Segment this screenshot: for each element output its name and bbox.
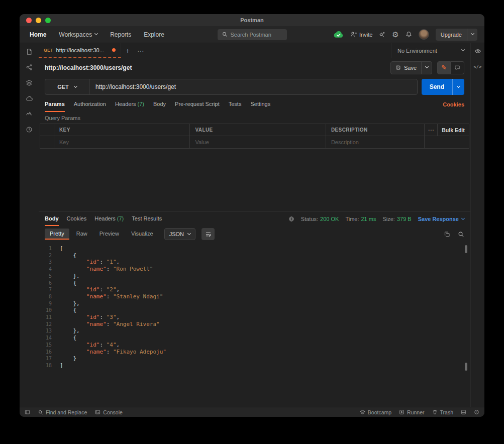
network-satellite-icon[interactable] <box>379 31 385 38</box>
line-number: 16 <box>39 349 60 356</box>
notifications-bell-icon[interactable] <box>406 31 412 38</box>
mock-servers-icon[interactable] <box>25 94 33 102</box>
minimize-window-button[interactable] <box>36 18 41 23</box>
line-content: { <box>60 252 76 259</box>
column-header-description: DESCRIPTION <box>326 124 425 136</box>
response-body-viewer[interactable]: 1[2 {3 "id": "1",4 "name": "Ron Powell"5… <box>39 242 470 407</box>
line-content: }, <box>60 327 80 335</box>
copy-icon[interactable] <box>444 231 450 238</box>
value-input[interactable]: Value <box>190 136 326 148</box>
row-checkbox-cell[interactable] <box>40 136 54 148</box>
comment-icon[interactable] <box>451 61 464 74</box>
bulk-edit-button[interactable]: Bulk Edit <box>438 124 469 136</box>
request-tab[interactable]: GET http://localhost:30... <box>39 43 121 58</box>
chevron-down-icon <box>74 84 77 87</box>
tab-tests[interactable]: Tests <box>229 97 242 112</box>
view-tab-visualize[interactable]: Visualize <box>126 229 158 240</box>
save-response-label: Save Response <box>418 216 459 222</box>
edit-pencil-icon[interactable]: ✎ <box>437 61 451 74</box>
scrollbar-thumb[interactable] <box>465 363 467 371</box>
search-input[interactable] <box>231 32 282 38</box>
tab-options-button[interactable]: ⋯ <box>134 43 147 58</box>
documentation-eye-icon[interactable] <box>474 48 481 55</box>
response-tab-body[interactable]: Body <box>45 212 59 226</box>
search-in-body-icon[interactable] <box>458 231 464 238</box>
globe-icon[interactable] <box>288 216 294 222</box>
key-input[interactable]: Key <box>54 136 190 148</box>
chevron-down-icon <box>457 84 460 87</box>
description-input[interactable]: Description <box>326 136 425 148</box>
history-icon[interactable] <box>25 126 33 134</box>
line-number: 6 <box>39 280 60 287</box>
new-tab-button[interactable]: + <box>121 43 134 58</box>
response-tab-headers[interactable]: Headers(7) <box>94 212 124 226</box>
apis-icon[interactable] <box>25 63 33 71</box>
trash-icon <box>432 409 438 415</box>
save-response-button[interactable]: Save Response <box>418 216 464 222</box>
method-selector[interactable]: GET <box>45 79 89 94</box>
tab-body[interactable]: Body <box>153 97 166 112</box>
select-all-cell[interactable] <box>40 124 54 136</box>
collections-icon[interactable] <box>25 48 33 56</box>
view-tab-raw[interactable]: Raw <box>71 229 92 240</box>
save-button[interactable]: Save <box>390 61 432 74</box>
runner-button[interactable]: Runner <box>399 409 424 415</box>
tab-params[interactable]: Params <box>45 97 65 112</box>
row-actions-cell <box>425 136 469 148</box>
response-tab-test-results[interactable]: Test Results <box>132 212 162 226</box>
close-window-button[interactable] <box>26 18 32 23</box>
response-tab-cookies[interactable]: Cookies <box>67 212 87 226</box>
save-options-button[interactable] <box>422 62 432 74</box>
help-icon[interactable]: ? <box>474 409 479 415</box>
bootcamp-label: Bootcamp <box>368 409 391 415</box>
tab-headers[interactable]: Headers(7) <box>115 97 144 112</box>
empty-area <box>39 149 470 211</box>
trash-button[interactable]: Trash <box>432 409 453 415</box>
code-snippet-icon[interactable]: </> <box>473 64 481 69</box>
cookies-link[interactable]: Cookies <box>443 101 464 107</box>
monitors-icon[interactable] <box>25 110 33 118</box>
line-number: 12 <box>39 321 60 328</box>
edit-comment-group: ✎ <box>437 61 464 74</box>
environment-selector[interactable]: No Environment <box>391 43 470 58</box>
line-number: 18 <box>39 362 60 369</box>
tab-headers-label: Headers <box>115 101 136 107</box>
scrollbar-thumb[interactable] <box>465 245 467 253</box>
tab-pre-request-script[interactable]: Pre-request Script <box>175 97 220 112</box>
nav-workspaces[interactable]: Workspaces <box>59 31 97 38</box>
table-actions-cell: ⋯ Bulk Edit <box>425 124 469 136</box>
line-content: "id": "3", <box>60 314 120 321</box>
response-pane: Body Cookies Headers(7) Test Results Sta… <box>39 211 470 407</box>
view-tab-pretty[interactable]: Pretty <box>45 229 69 240</box>
avatar[interactable] <box>419 29 429 40</box>
console-button[interactable]: Console <box>95 409 123 415</box>
more-actions-icon[interactable]: ⋯ <box>425 124 438 136</box>
upgrade-button[interactable]: Upgrade <box>436 29 477 41</box>
invite-button[interactable]: Invite <box>350 31 372 38</box>
sync-status-icon[interactable] <box>333 31 344 38</box>
bootcamp-button[interactable]: Bootcamp <box>360 409 391 415</box>
request-tab-method: GET <box>44 48 53 53</box>
global-search[interactable] <box>218 29 287 40</box>
line-content: "name": "Fikayo Adepoju" <box>60 349 166 356</box>
wrap-lines-button[interactable] <box>201 228 215 240</box>
view-tab-preview[interactable]: Preview <box>94 229 124 240</box>
nav-explore[interactable]: Explore <box>144 31 164 38</box>
code-line: 18] <box>39 362 470 369</box>
sidebar-toggle-icon[interactable] <box>25 409 30 415</box>
invite-person-icon <box>350 31 357 38</box>
find-and-replace-button[interactable]: Find and Replace <box>38 409 87 415</box>
settings-gear-icon[interactable]: ⚙ <box>392 31 398 38</box>
panel-toggle-icon[interactable] <box>461 409 466 415</box>
nav-reports[interactable]: Reports <box>110 31 131 38</box>
tab-authorization[interactable]: Authorization <box>74 97 106 112</box>
zoom-window-button[interactable] <box>45 18 51 23</box>
language-selector[interactable]: JSON <box>164 228 195 240</box>
nav-home[interactable]: Home <box>30 31 46 38</box>
send-options-button[interactable] <box>452 79 464 95</box>
send-button[interactable]: Send <box>422 79 464 95</box>
line-number: 1 <box>39 245 60 252</box>
tab-settings[interactable]: Settings <box>250 97 270 112</box>
url-input[interactable] <box>89 79 417 94</box>
environments-icon[interactable] <box>25 79 33 87</box>
